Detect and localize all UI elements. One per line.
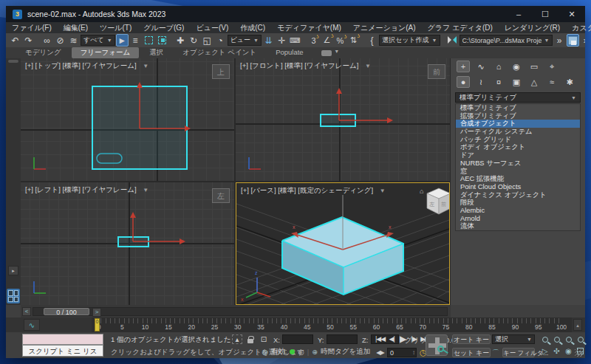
menu-item[interactable]: 編集(E) xyxy=(58,23,94,33)
menu-item[interactable]: カスタマイズ(U) xyxy=(566,23,591,33)
add-time-tag-button[interactable]: 時間タグを追加 xyxy=(321,347,370,357)
tab-create[interactable]: + xyxy=(457,61,470,72)
selection-filter-dropdown[interactable]: すべて ▼ xyxy=(81,35,115,46)
viewport-left[interactable]: [+] [レフト] [標準] [ワイヤフレーム] ▼ 左 xyxy=(21,182,234,305)
track-bar-end-button[interactable]: ▴ xyxy=(573,319,582,331)
per-view-filter-icon[interactable]: ▼ xyxy=(380,188,386,194)
current-frame-field[interactable]: 0 xyxy=(387,348,417,357)
previous-frame-button[interactable]: ◀| xyxy=(387,334,396,344)
snap-toggle-button[interactable]: 3 xyxy=(307,34,320,47)
reference-coordinate-dropdown[interactable]: ビュー ▼ xyxy=(228,35,262,46)
selection-lock-toggle[interactable] xyxy=(245,334,256,344)
y-coordinate-field[interactable] xyxy=(327,334,358,344)
default-tangent-icon[interactable]: ⌒ xyxy=(492,348,499,358)
menu-item[interactable]: モディファイヤ(M) xyxy=(271,23,347,33)
percent-snap-toggle[interactable]: % xyxy=(334,34,346,47)
object-category-item[interactable]: パッチ グリッド xyxy=(456,136,580,144)
object-category-item[interactable]: ダイナミクス オブジェクト xyxy=(456,191,580,199)
toolbar-overflow-button[interactable]: » xyxy=(580,34,585,47)
object-category-item[interactable]: 合成オブジェクト xyxy=(456,120,580,128)
menu-item[interactable]: 作成(C) xyxy=(234,23,271,33)
window-resize-grip[interactable] xyxy=(575,349,582,357)
ribbon-tab[interactable]: オブジェクト ペイント xyxy=(174,47,265,58)
tab-modify[interactable]: ∿ xyxy=(474,61,488,72)
zoom-extents-all-button[interactable] xyxy=(575,334,586,345)
category-cameras[interactable]: ▣ xyxy=(510,76,523,88)
object-category-item[interactable]: ドア xyxy=(456,151,580,159)
category-lights[interactable]: ¤ xyxy=(492,76,505,88)
toolbar-drag-handle[interactable] xyxy=(8,60,18,63)
maximize-button[interactable]: ☐ xyxy=(532,6,558,22)
previous-frame-arrow[interactable]: < xyxy=(22,307,31,316)
viewcube-left[interactable]: 左 xyxy=(212,188,230,203)
category-helpers[interactable]: △ xyxy=(527,76,541,88)
object-category-item[interactable]: Arnold xyxy=(456,215,580,223)
object-category-item[interactable]: 流体 xyxy=(456,222,580,230)
key-mode-toggle[interactable]: ◀▶ xyxy=(375,348,385,357)
select-and-link-button[interactable]: ∞ xyxy=(41,34,53,47)
ribbon-tab[interactable]: モデリング xyxy=(16,47,70,58)
menu-item[interactable]: ビュー(V) xyxy=(190,23,234,33)
viewcube-left-face[interactable]: 左 xyxy=(429,202,434,207)
viewport-label-text[interactable]: [+] [レフト] [標準] [ワイヤフレーム] xyxy=(25,185,137,193)
category-shapes[interactable]: ≀ xyxy=(474,76,488,88)
per-view-filter-icon[interactable]: ▼ xyxy=(365,63,371,69)
keyboard-shortcut-override-button[interactable]: ⌨ xyxy=(289,34,301,47)
menu-item[interactable]: ファイル(F) xyxy=(6,23,58,33)
object-category-item[interactable]: 拡張プリミティブ xyxy=(456,112,580,120)
select-and-scale-button[interactable]: ◱ xyxy=(201,34,213,47)
object-category-dropdown[interactable]: 標準プリミティブ ▼ xyxy=(455,92,581,103)
menu-item[interactable]: グループ(G) xyxy=(137,23,190,33)
per-view-filter-icon[interactable]: ▼ xyxy=(143,187,148,193)
viewport-label-text[interactable]: [+] [パース] [標準] [既定のシェーディング] xyxy=(241,186,373,194)
object-category-item[interactable]: パーティクル システム xyxy=(456,128,580,136)
orbit-button[interactable]: ◉ xyxy=(563,346,574,357)
tab-utilities[interactable]: ⌖ xyxy=(545,61,558,72)
select-and-move-button[interactable]: ✚ xyxy=(174,34,187,47)
menu-item[interactable]: ツール(T) xyxy=(94,23,137,33)
object-category-item[interactable]: 窓 xyxy=(456,168,580,176)
isolate-selection-toggle[interactable]: ▴ xyxy=(232,334,242,344)
save-file-button[interactable] xyxy=(567,34,579,47)
selection-set-key-dropdown[interactable]: 選択 ▼ xyxy=(492,334,535,344)
viewcube-top[interactable]: 上 xyxy=(212,64,230,79)
angle-snap-toggle[interactable]: ∠ xyxy=(321,34,333,47)
zoom-extents-button[interactable] xyxy=(563,334,574,345)
object-category-item[interactable]: Point Cloud Objects xyxy=(456,183,580,191)
per-view-filter-icon[interactable]: ▼ xyxy=(143,63,148,69)
viewport-perspective[interactable]: [+] [パース] [標準] [既定のシェーディング] ▼ xyxy=(236,182,450,305)
mini-curve-editor-button[interactable]: ∿ xyxy=(24,319,40,331)
adaptive-degradation-icon[interactable]: ◍ xyxy=(262,348,267,356)
category-systems[interactable]: ✱ xyxy=(563,76,576,88)
menu-item[interactable]: グラフ エディタ(D) xyxy=(422,23,499,33)
ribbon-config-icon[interactable] xyxy=(321,50,332,56)
object-category-item[interactable]: 標準プリミティブ xyxy=(456,104,580,112)
layout-flyout-button[interactable]: ▸ xyxy=(8,266,18,275)
project-folder-dropdown[interactable]: C:\Storage\P...dsMax Project ▼ xyxy=(460,35,553,46)
next-frame-arrow[interactable]: > xyxy=(92,308,101,317)
redo-button[interactable]: ↷ xyxy=(22,34,35,47)
object-category-item[interactable]: NURBS サーフェス xyxy=(456,159,580,168)
object-category-item[interactable]: Alembic xyxy=(456,207,580,215)
transform-snap-icon[interactable]: ⊡ xyxy=(259,334,269,344)
select-and-place-button[interactable]: ◔ xyxy=(214,34,227,47)
maxscript-mini-listener[interactable] xyxy=(22,334,103,345)
set-keys-button[interactable] xyxy=(426,334,448,356)
tab-motion[interactable]: ◉ xyxy=(510,61,523,72)
next-frame-button[interactable]: |▶ xyxy=(409,334,418,344)
menu-item[interactable]: アニメーション(A) xyxy=(347,23,422,33)
object-category-item[interactable]: ボディ オブジェクト xyxy=(456,143,580,151)
viewport-top[interactable]: [+] [トップ] [標準] [ワイヤフレーム] ▼ 上 xyxy=(21,58,234,181)
viewport-label-text[interactable]: [+] [トップ] [標準] [ワイヤフレーム] xyxy=(25,61,137,69)
select-by-name-button[interactable]: ≡ xyxy=(129,34,142,47)
ribbon-tab[interactable]: 選択 xyxy=(140,47,172,58)
tab-hierarchy[interactable]: ⌂ xyxy=(492,61,505,72)
progressive-display-icon[interactable]: ◎ xyxy=(298,348,304,356)
time-slider-track[interactable]: 0 / 100 > xyxy=(33,307,448,316)
named-selection-set-dropdown[interactable]: 選択セット作成 ▼ xyxy=(379,35,440,46)
viewport-label-text[interactable]: [+] [フロント] [標準] [ワイヤフレーム] xyxy=(240,61,358,69)
unlink-selection-button[interactable]: ⊘ xyxy=(54,34,66,47)
viewcube-front-face[interactable]: 前 xyxy=(441,202,446,207)
viewcube[interactable]: ⌂ 左 前 xyxy=(420,188,449,214)
ribbon-tab[interactable]: Populate xyxy=(267,47,312,58)
